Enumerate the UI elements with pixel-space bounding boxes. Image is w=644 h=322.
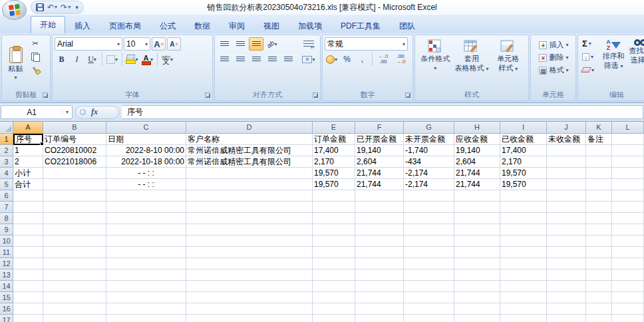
cell-A13[interactable]	[13, 269, 43, 281]
cell-A17[interactable]	[13, 315, 43, 322]
cell-A7[interactable]	[13, 202, 43, 213]
font-name-dropdown-icon[interactable]: ▾	[117, 41, 120, 47]
cell-L16[interactable]	[612, 303, 644, 315]
cell-C8[interactable]	[106, 213, 186, 224]
row-header-12[interactable]: 12	[0, 258, 13, 269]
cell-K6[interactable]	[586, 190, 612, 202]
borders-dropdown-icon[interactable]: ▾	[115, 57, 118, 63]
alignment-dialog-launcher[interactable]	[313, 92, 319, 98]
cell-E10[interactable]	[313, 236, 355, 247]
cell-G8[interactable]	[404, 213, 454, 224]
cell-L12[interactable]	[612, 258, 644, 269]
redo-dropdown-icon[interactable]: ▾	[68, 1, 71, 13]
cell-F14[interactable]	[355, 281, 404, 292]
column-header-F[interactable]: F	[355, 122, 404, 134]
cell-G15[interactable]	[404, 292, 454, 303]
cell-A1[interactable]: 序号	[13, 134, 43, 145]
cell-L10[interactable]	[612, 236, 644, 247]
format-cells-button[interactable]: ▦格式▾	[533, 64, 573, 77]
autosum-dropdown-icon[interactable]: ▾	[589, 41, 591, 47]
phonetic-dropdown-icon[interactable]: ▾	[170, 57, 173, 63]
cell-C4[interactable]: - - : :	[106, 168, 186, 179]
cell-F8[interactable]	[355, 213, 404, 224]
cell-F1[interactable]: 已开票金额	[355, 134, 404, 145]
cell-A2[interactable]: 1	[13, 145, 43, 156]
cell-H13[interactable]	[454, 269, 500, 281]
row-header-14[interactable]: 14	[0, 281, 13, 292]
cell-J10[interactable]	[547, 236, 586, 247]
cell-I12[interactable]	[500, 258, 547, 269]
cell-C12[interactable]	[106, 258, 186, 269]
undo-button[interactable]: ↶▾	[47, 1, 57, 13]
cell-F15[interactable]	[355, 292, 404, 303]
select-all-corner[interactable]	[0, 122, 13, 134]
cell-A9[interactable]	[13, 224, 43, 236]
tab-pdf-tools[interactable]: PDF工具集	[331, 17, 390, 33]
column-header-B[interactable]: B	[43, 122, 106, 134]
cut-button[interactable]: ✂	[29, 37, 42, 49]
cell-H7[interactable]	[454, 202, 500, 213]
column-header-D[interactable]: D	[186, 122, 313, 134]
cell-F16[interactable]	[355, 303, 404, 315]
office-button[interactable]	[2, 0, 27, 20]
insert-dropdown-icon[interactable]: ▾	[565, 42, 568, 48]
fill-button[interactable]: ↓▾	[580, 51, 597, 63]
cell-D1[interactable]: 客户名称	[186, 134, 313, 145]
cell-K16[interactable]	[586, 303, 612, 315]
cell-K13[interactable]	[586, 269, 612, 281]
find-select-button[interactable]: 查找和 选择 ▾	[627, 37, 644, 90]
cell-E4[interactable]: 19,570	[313, 168, 355, 179]
cell-K4[interactable]	[586, 168, 612, 179]
comma-style-button[interactable]: ,	[355, 53, 369, 66]
cell-E1[interactable]: 订单金额	[313, 134, 355, 145]
cell-H1[interactable]: 应收金额	[454, 134, 500, 145]
cell-K5[interactable]	[586, 179, 612, 190]
cell-I5[interactable]: 19,570	[500, 179, 547, 190]
name-box-dropdown-icon[interactable]: ▾	[62, 109, 72, 115]
cell-C5[interactable]: - - : :	[106, 179, 186, 190]
column-header-J[interactable]: J	[547, 122, 586, 134]
cell-F10[interactable]	[355, 236, 404, 247]
cell-H14[interactable]	[454, 281, 500, 292]
cell-H8[interactable]	[454, 213, 500, 224]
cell-B7[interactable]	[43, 202, 106, 213]
cell-K10[interactable]	[586, 236, 612, 247]
conditional-dropdown-icon[interactable]: ▾	[434, 64, 436, 73]
cell-G4[interactable]: -2,174	[404, 168, 454, 179]
cell-I13[interactable]	[500, 269, 547, 281]
tab-view[interactable]: 视图	[254, 17, 289, 33]
delete-cells-button[interactable]: ×删除▾	[533, 51, 573, 64]
cell-L5[interactable]	[612, 179, 644, 190]
cell-C2[interactable]: 2022-8-10 00:00	[106, 145, 186, 156]
cell-F2[interactable]: 19,140	[355, 145, 404, 156]
underline-dropdown-icon[interactable]: ▾	[94, 57, 96, 63]
column-header-E[interactable]: E	[313, 122, 355, 134]
cell-A12[interactable]	[13, 258, 43, 269]
cell-D12[interactable]	[186, 258, 313, 269]
cell-J13[interactable]	[547, 269, 586, 281]
cell-L17[interactable]	[612, 315, 644, 322]
cell-H15[interactable]	[454, 292, 500, 303]
tab-page-layout[interactable]: 页面布局	[100, 17, 150, 33]
cell-G11[interactable]	[404, 247, 454, 258]
cell-K2[interactable]	[586, 145, 612, 156]
cell-styles-button[interactable]: 单元格 样式 ▾	[490, 37, 526, 90]
cell-I6[interactable]	[500, 190, 547, 202]
top-align-button[interactable]	[217, 37, 232, 51]
cell-D3[interactable]: 常州诺倍威精密工具有限公司	[186, 156, 313, 168]
grow-font-button[interactable]: A˄	[152, 37, 166, 51]
row-header-2[interactable]: 2	[0, 145, 13, 156]
cell-I16[interactable]	[500, 303, 547, 315]
format-dropdown-icon[interactable]: ▾	[565, 67, 568, 73]
cell-L11[interactable]	[612, 247, 644, 258]
cell-J15[interactable]	[547, 292, 586, 303]
cell-I8[interactable]	[500, 213, 547, 224]
copy-button[interactable]	[29, 51, 42, 63]
decrease-indent-button[interactable]	[265, 53, 279, 66]
font-color-dropdown-icon[interactable]: ▾	[150, 57, 153, 63]
row-header-6[interactable]: 6	[0, 190, 13, 202]
cell-D15[interactable]	[186, 292, 313, 303]
row-header-8[interactable]: 8	[0, 213, 13, 224]
cell-E16[interactable]	[313, 303, 355, 315]
underline-button[interactable]: U▾	[85, 53, 99, 66]
